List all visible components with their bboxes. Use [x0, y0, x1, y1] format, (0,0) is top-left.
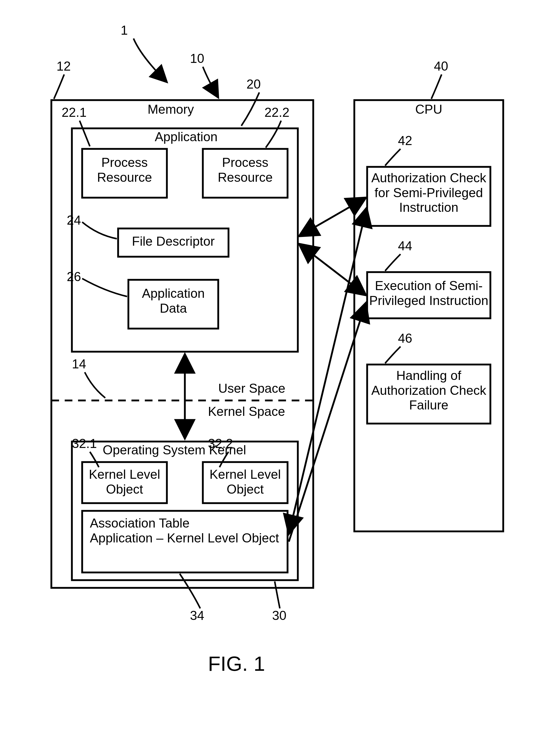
ref-44: 44: [398, 239, 412, 254]
ref-14: 14: [72, 357, 86, 372]
figure-title: FIG. 1: [208, 652, 265, 676]
ref-12: 12: [57, 59, 71, 74]
label-file-descriptor: File Descriptor: [118, 234, 228, 249]
label-memory: Memory: [140, 102, 201, 117]
ref-46: 46: [398, 331, 412, 346]
ref-1: 1: [121, 23, 128, 38]
ref-10: 10: [190, 51, 204, 66]
label-assoc-table: Association Table Application – Kernel L…: [90, 516, 280, 546]
label-application: Application: [147, 130, 225, 145]
ref-42: 42: [398, 133, 412, 148]
label-proc-res-1: Process Resource: [82, 155, 167, 185]
label-auth-check: Authorization Check for Semi-Privileged …: [367, 171, 491, 215]
ref-40: 40: [434, 59, 448, 74]
label-handle-fail: Handling of Authorization Check Failure: [367, 368, 491, 413]
label-cpu: CPU: [411, 102, 447, 117]
label-os-kernel: Operating System Kernel: [103, 443, 246, 458]
svg-rect-11: [354, 100, 503, 531]
label-klo-1: Kernel Level Object: [82, 467, 167, 497]
ref-30: 30: [272, 608, 286, 623]
ref-32-1: 32.1: [72, 436, 97, 451]
ref-34: 34: [190, 608, 204, 623]
label-app-data: Application Data: [128, 286, 218, 316]
label-kernel-space: Kernel Space: [208, 404, 285, 419]
ref-22-1: 22.1: [62, 105, 87, 120]
ref-20: 20: [247, 77, 261, 92]
label-proc-res-2: Process Resource: [203, 155, 287, 185]
label-user-space: User Space: [218, 381, 285, 396]
ref-26: 26: [67, 270, 81, 284]
ref-22-2: 22.2: [264, 105, 289, 120]
svg-line-16: [299, 198, 366, 236]
label-exec-semi: Execution of Semi- Privileged Instructio…: [367, 279, 491, 308]
label-klo-2: Kernel Level Object: [203, 467, 287, 497]
ref-24: 24: [67, 213, 81, 228]
